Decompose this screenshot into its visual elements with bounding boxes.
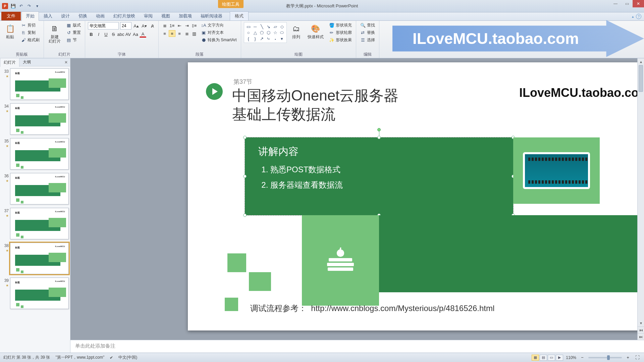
thumbnail-row[interactable]: 37★标题ILoveMCU [1, 208, 69, 239]
align-center-button[interactable]: ≡ [169, 30, 175, 37]
redo-icon[interactable]: ↷ [26, 3, 32, 9]
replace-button[interactable]: ⇄替换 [359, 29, 376, 36]
shape-icon[interactable]: ↗ [259, 36, 265, 41]
thumbnail-row[interactable]: 38★标题ILoveMCU [1, 243, 69, 274]
smartart-button[interactable]: ⬣转换为 SmartArt [200, 37, 238, 43]
shape-icon[interactable]: ○ [246, 30, 252, 35]
close-button[interactable]: ✕ [633, 0, 644, 7]
tab-foxit[interactable]: 福昕阅读器 [197, 12, 226, 20]
thumbnail-row[interactable]: 34★标题ILoveMCU [1, 103, 69, 135]
content-shape-selected[interactable]: 讲解内容 熟悉POST数据格式 服务器端查看数据流 [245, 137, 513, 215]
font-color-button[interactable]: A [140, 31, 146, 38]
paste-button[interactable]: 📋 粘贴 [3, 22, 17, 41]
slide-canvas[interactable]: 第37节 中国移动Onenet云服务器 基础上传数据流 ILoveMCU.tao… [70, 58, 644, 340]
font-size-select[interactable] [120, 22, 131, 29]
slide[interactable]: 第37节 中国移动Onenet云服务器 基础上传数据流 ILoveMCU.tao… [188, 62, 644, 330]
tab-home[interactable]: 开始 [21, 11, 39, 21]
notes-pane[interactable]: 单击此处添加备注 [70, 340, 644, 353]
shape-icon[interactable]: ⬩ [272, 36, 278, 41]
section-button[interactable]: ▤节 [65, 37, 82, 43]
slideshow-view-button[interactable]: ▶ [556, 355, 563, 361]
shape-fill-button[interactable]: 🪣形状填充 [328, 22, 353, 28]
slide-thumbnail[interactable]: 标题ILoveMCU [10, 103, 69, 135]
file-tab[interactable]: 文件 [1, 12, 21, 20]
columns-button[interactable]: ▥ [191, 30, 198, 37]
slide-thumbnail[interactable]: 标题ILoveMCU [10, 68, 69, 100]
resize-handle[interactable] [377, 136, 381, 139]
slide-thumbnail[interactable]: 标题ILoveMCU [10, 208, 69, 239]
shape-icon[interactable]: ▾ [279, 36, 285, 41]
align-left-button[interactable]: ≡ [161, 30, 168, 37]
cut-button[interactable]: ✂剪切 [19, 22, 41, 28]
qat-more-icon[interactable]: ▾ [34, 3, 40, 9]
panel-tab-slides[interactable]: 幻灯片 [0, 58, 19, 67]
align-right-button[interactable]: ≡ [176, 30, 183, 37]
zoom-thumb[interactable] [607, 355, 610, 360]
bold-button[interactable]: B [88, 31, 95, 38]
tab-addins[interactable]: 加载项 [175, 12, 196, 20]
select-button[interactable]: ☰选择 [359, 37, 376, 43]
zoom-out-button[interactable]: − [579, 354, 586, 361]
shape-icon[interactable]: ⬡ [266, 30, 272, 35]
tab-design[interactable]: 设计 [57, 12, 74, 20]
zoom-in-button[interactable]: + [625, 354, 631, 361]
fit-window-button[interactable]: ⛶ [634, 354, 641, 361]
vertical-scrollbar[interactable]: ▴ ▾ [637, 58, 644, 326]
shape-icon[interactable]: △ [252, 30, 258, 35]
clear-format-button[interactable]: A̷ [149, 22, 156, 29]
shape-icon[interactable]: ↘ [266, 24, 272, 29]
grow-font-button[interactable]: A▴ [133, 22, 140, 29]
undo-icon[interactable]: ↶ [18, 3, 24, 9]
resize-handle[interactable] [243, 175, 247, 178]
sorter-view-button[interactable]: ▤ [540, 355, 547, 361]
zoom-slider[interactable] [588, 357, 622, 358]
numbering-button[interactable]: 1≡ [169, 22, 175, 29]
resize-handle[interactable] [243, 136, 247, 139]
decrease-indent-button[interactable]: ⇤ [176, 22, 183, 29]
minimize-button[interactable]: ― [610, 0, 621, 7]
strike-button[interactable]: S [110, 31, 117, 38]
line-spacing-button[interactable]: ‡≡ [191, 22, 198, 29]
shape-effects-button[interactable]: ✨形状效果 [328, 37, 353, 43]
shrink-font-button[interactable]: A▾ [141, 22, 148, 29]
save-icon[interactable]: 💾 [10, 3, 16, 9]
scrollbar-thumb[interactable] [639, 65, 643, 92]
shapes-gallery[interactable]: ▭─╲↘▱◇ ○△⬠⬡☆⬭ {}↗⤷⬩▾ [244, 22, 287, 43]
shadow-button[interactable]: abc [117, 31, 124, 38]
tab-view[interactable]: 视图 [157, 12, 174, 20]
italic-button[interactable]: I [95, 31, 102, 38]
reading-view-button[interactable]: ▭ [548, 355, 555, 361]
font-name-select[interactable] [88, 22, 119, 29]
shape-outline-button[interactable]: ✏形状轮廓 [328, 29, 353, 36]
text-direction-button[interactable]: ↕A文字方向 [200, 22, 238, 28]
tab-animations[interactable]: 动画 [92, 12, 109, 20]
underline-button[interactable]: U [103, 31, 109, 38]
justify-button[interactable]: ≣ [183, 30, 190, 37]
scroll-up-icon[interactable]: ▴ [638, 58, 644, 65]
quick-styles-button[interactable]: 🎨快速样式 [306, 22, 326, 41]
align-text-button[interactable]: ▣对齐文本 [200, 29, 238, 36]
collapse-ribbon-icon[interactable]: ▴ [632, 14, 634, 19]
spacing-button[interactable]: AV [125, 31, 131, 38]
thumbnail-row[interactable]: 36★标题ILoveMCU [1, 173, 69, 204]
layout-button[interactable]: ▦版式 [65, 22, 82, 28]
spellcheck-icon[interactable]: ✔ [110, 355, 113, 360]
prev-slide-button[interactable]: ⏮ [638, 326, 644, 333]
tab-slideshow[interactable]: 幻灯片放映 [109, 12, 139, 20]
tab-transitions[interactable]: 切换 [74, 12, 91, 20]
next-slide-button[interactable]: ⏭ [638, 333, 644, 340]
panel-close-icon[interactable]: ✕ [63, 60, 69, 65]
tab-format[interactable]: 格式 [230, 11, 249, 20]
resize-handle[interactable] [243, 214, 247, 217]
shape-icon[interactable]: ▱ [272, 24, 278, 29]
slide-thumbnail[interactable]: 标题ILoveMCU [10, 138, 69, 170]
shape-icon[interactable]: } [252, 36, 258, 41]
thumbnail-row[interactable]: 35★标题ILoveMCU [1, 138, 69, 170]
shape-icon[interactable]: ⤷ [266, 36, 272, 41]
arrange-button[interactable]: 🗂排列 [289, 22, 304, 41]
panel-tab-outline[interactable]: 大纲 [19, 58, 34, 66]
shape-icon[interactable]: ─ [252, 24, 258, 29]
thumbnail-row[interactable]: 39★标题ILoveMCU [1, 278, 69, 309]
format-painter-button[interactable]: 🖌格式刷 [19, 37, 41, 43]
thumbnail-row[interactable]: 33★标题ILoveMCU [1, 68, 69, 100]
